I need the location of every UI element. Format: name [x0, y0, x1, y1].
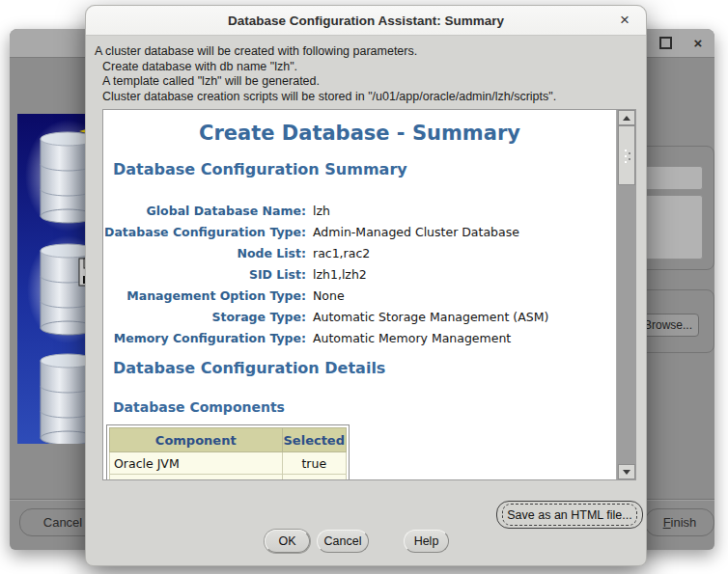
scrollbar-thumb[interactable]: [618, 125, 635, 185]
summary-row: SID List:lzh1,lzh2: [103, 263, 616, 285]
screen: ×: [0, 0, 728, 574]
summary-document: Create Database - Summary Database Confi…: [103, 110, 616, 479]
column-header-component: Component: [110, 428, 283, 452]
close-icon: ×: [694, 35, 703, 51]
selected-cell: true: [282, 452, 347, 475]
help-button[interactable]: Help: [404, 530, 449, 553]
ok-button[interactable]: OK: [265, 530, 310, 553]
cancel-button[interactable]: Cancel: [317, 530, 369, 553]
table-row-partial: [110, 475, 347, 480]
column-header-selected: Selected: [282, 428, 347, 452]
vertical-scrollbar[interactable]: [616, 110, 635, 479]
summary-row: Global Database Name:lzh: [103, 200, 616, 221]
subsection-heading-database-components: Database Components: [113, 399, 285, 415]
intro-line: Cluster database creation scripts will b…: [95, 90, 556, 105]
save-as-html-button[interactable]: Save as an HTML file...: [496, 501, 643, 529]
section-heading-configuration-details: Database Configuration Details: [113, 359, 385, 377]
summary-row: Database Configuration Type:Admin-Manage…: [103, 221, 616, 242]
arrow-up-icon: [623, 116, 630, 121]
table-row: Oracle JVM true: [110, 452, 347, 475]
window-close-button[interactable]: ×: [687, 29, 709, 57]
summary-row: Memory Configuration Type:Automatic Memo…: [103, 327, 616, 348]
dialog-title: Database Configuration Assistant: Summar…: [228, 14, 504, 28]
scroll-up-button[interactable]: [618, 110, 635, 125]
summary-row: Management Option Type:None: [103, 285, 616, 306]
dialog-close-button[interactable]: ×: [613, 6, 636, 35]
intro-line: A template called "lzh" will be generate…: [95, 74, 556, 90]
maximize-icon: [659, 37, 672, 49]
summary-content-panel: Create Database - Summary Database Confi…: [102, 109, 636, 480]
summary-row: Node List:rac1,rac2: [103, 242, 616, 263]
intro-text: A cluster database will be created with …: [95, 44, 556, 104]
table-header-row: Component Selected: [110, 428, 347, 452]
scroll-down-button[interactable]: [618, 464, 635, 479]
components-table: Component Selected Oracle JVM true: [106, 424, 350, 479]
summary-row: Storage Type:Automatic Storage Managemen…: [103, 306, 616, 327]
intro-line: Create database with db name "lzh".: [95, 60, 556, 75]
intro-line: A cluster database will be created with …: [95, 44, 556, 60]
component-cell: Oracle JVM: [110, 452, 283, 475]
finish-button[interactable]: Finish: [645, 508, 714, 536]
close-icon: ×: [620, 11, 630, 30]
summary-dialog: Database Configuration Assistant: Summar…: [85, 5, 647, 566]
page-title: Create Database - Summary: [103, 122, 616, 145]
summary-rows: Global Database Name:lzh Database Config…: [103, 200, 616, 348]
section-heading-configuration-summary: Database Configuration Summary: [113, 160, 407, 178]
maximize-button[interactable]: [655, 29, 676, 57]
dialog-titlebar[interactable]: Database Configuration Assistant: Summar…: [86, 6, 646, 36]
arrow-down-icon: [623, 470, 630, 475]
